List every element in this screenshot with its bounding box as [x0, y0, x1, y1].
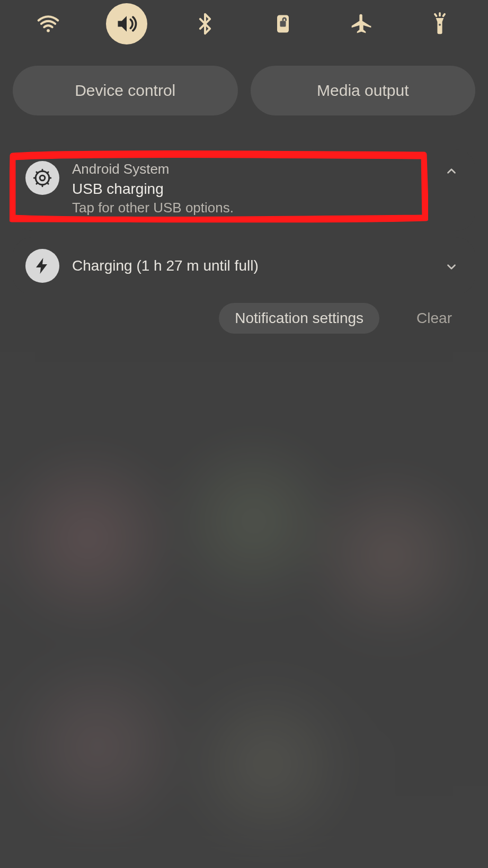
speaker-icon — [115, 12, 138, 35]
notification-title: USB charging — [72, 181, 431, 198]
sound-toggle[interactable] — [106, 3, 147, 44]
charging-icon-wrap — [25, 249, 59, 283]
chevron-up-icon — [445, 164, 458, 178]
rotation-lock-icon — [271, 12, 295, 35]
notification-actions: Notification settings Clear — [13, 303, 475, 334]
flashlight-icon — [428, 12, 451, 35]
bolt-icon — [33, 256, 52, 275]
device-control-label: Device control — [75, 82, 175, 100]
android-system-icon — [25, 161, 59, 195]
svg-point-8 — [40, 175, 45, 181]
clear-label: Clear — [416, 310, 452, 327]
expand-button[interactable] — [443, 259, 459, 275]
notification-subtitle: Tap for other USB options. — [72, 200, 431, 216]
pill-row: Device control Media output — [13, 66, 475, 115]
rotation-lock-toggle[interactable] — [262, 3, 304, 44]
notification-app-label: Android System — [72, 161, 431, 177]
svg-point-3 — [439, 24, 441, 26]
notification-charging[interactable]: Charging (1 h 27 m until full) — [13, 237, 475, 294]
svg-point-0 — [47, 29, 50, 32]
wifi-toggle[interactable] — [28, 3, 69, 44]
bluetooth-icon — [193, 12, 217, 35]
airplane-icon — [350, 12, 373, 35]
svg-line-5 — [435, 14, 437, 16]
wifi-icon — [37, 12, 60, 35]
notification-list: Android System USB charging Tap for othe… — [13, 149, 475, 294]
notification-title: Charging (1 h 27 m until full) — [72, 257, 431, 274]
airplane-mode-toggle[interactable] — [341, 3, 382, 44]
notification-usb-charging[interactable]: Android System USB charging Tap for othe… — [13, 149, 475, 231]
flashlight-toggle[interactable] — [419, 3, 460, 44]
quick-settings-row — [13, 0, 475, 46]
clear-button[interactable]: Clear — [401, 303, 468, 334]
svg-line-6 — [443, 14, 445, 16]
collapse-button[interactable] — [443, 163, 459, 179]
chevron-down-icon — [445, 260, 458, 274]
notification-settings-label: Notification settings — [235, 310, 363, 327]
media-output-label: Media output — [317, 82, 409, 100]
media-output-button[interactable]: Media output — [251, 66, 476, 115]
bluetooth-toggle[interactable] — [184, 3, 226, 44]
device-control-button[interactable]: Device control — [13, 66, 238, 115]
svg-rect-2 — [280, 21, 286, 27]
gear-icon — [33, 168, 52, 187]
notification-settings-button[interactable]: Notification settings — [219, 303, 379, 334]
